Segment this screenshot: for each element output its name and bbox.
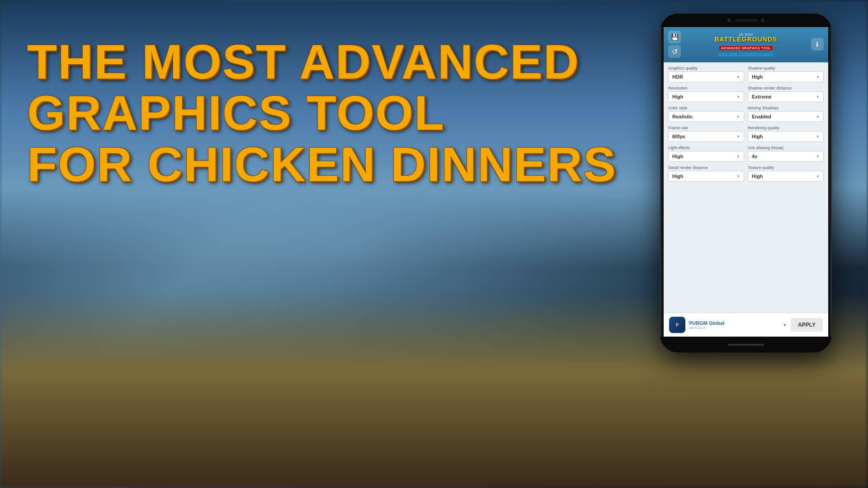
color-style-value: Realistic [672,114,693,119]
app-header-icons: 💾 ↺ JD ROS BATTLEGROUNDS ADVANCED GRAPHI… [668,31,824,58]
game-version: ver 0.12.X [689,326,779,330]
detail-render-label: Detail render distance [668,165,744,170]
app-bottom-bar: P PUBGM Global ver 0.12.X ▼ APPLY [664,313,828,337]
light-effects-setting: Light effects High ▼ [668,145,744,162]
game-icon-text: P [676,323,679,328]
rendering-quality-value: High [752,134,763,139]
shadow-render-dropdown[interactable]: Extreme ▼ [748,91,824,102]
frame-rate-label: Frame rate [668,126,744,130]
light-effects-arrow: ▼ [736,155,740,159]
phone-screen: 💾 ↺ JD ROS BATTLEGROUNDS ADVANCED GRAPHI… [664,27,828,337]
texture-quality-setting: Texture quality High ▼ [748,165,824,182]
frame-rate-dropdown[interactable]: 60fps ▼ [668,131,744,142]
shadow-render-value: Extreme [752,94,771,99]
texture-quality-arrow: ▼ [816,174,820,178]
shadow-render-arrow: ▼ [816,95,820,99]
game-info: PUBGM Global ver 0.12.X [689,320,779,330]
phone-camera-2 [761,19,764,22]
settings-row-4: Frame rate 60fps ▼ Rendering quality Hig… [668,126,824,142]
graphics-quality-dropdown[interactable]: HDR ▼ [668,71,744,82]
phone-mockup: 💾 ↺ JD ROS BATTLEGROUNDS ADVANCED GRAPHI… [660,14,832,352]
resolution-setting: Resolution High ▼ [668,86,744,102]
graphics-quality-setting: Graphics quality HDR ▼ [668,66,744,82]
moving-shadows-setting: Moving Shadows Enabled ▼ [748,106,824,122]
moving-shadows-label: Moving Shadows [748,106,824,110]
phone-home-indicator [728,344,764,346]
anti-aliasing-arrow: ▼ [816,155,820,159]
game-icon: P [669,317,685,333]
phone-speaker [735,19,757,22]
detail-render-dropdown[interactable]: High ▼ [668,171,744,182]
moving-shadows-value: Enabled [752,114,771,119]
anti-aliasing-dropdown[interactable]: 4x ▼ [748,151,824,162]
game-select-arrow[interactable]: ▼ [783,323,787,328]
shadow-render-setting: Shadow render distance Extreme ▼ [748,86,824,102]
detail-render-arrow: ▼ [736,174,740,178]
shadow-quality-setting: Shadow quality High ▼ [748,66,824,82]
color-style-arrow: ▼ [736,115,740,119]
texture-quality-value: High [752,174,763,179]
graphics-quality-label: Graphics quality [668,66,744,70]
app-title-main: BATTLEGROUNDS [715,36,778,43]
hero-text-block: THE MOST ADVANCED GRAPHICS TOOL FOR CHIC… [27,36,617,190]
shadow-quality-label: Shadow quality [748,66,824,70]
settings-row-1: Graphics quality HDR ▼ Shadow quality Hi… [668,66,824,82]
frame-rate-setting: Frame rate 60fps ▼ [668,126,744,142]
hero-line-1: THE MOST ADVANCED [27,36,617,87]
info-icon-btn[interactable]: ℹ [811,38,824,51]
frame-rate-value: 60fps [672,134,685,139]
settings-area: Graphics quality HDR ▼ Shadow quality Hi… [664,62,828,189]
game-name: PUBGM Global [689,320,779,326]
resolution-dropdown[interactable]: High ▼ [668,91,744,102]
light-effects-label: Light effects [668,145,744,150]
app-title-area: JD ROS BATTLEGROUNDS ADVANCED GRAPHICS T… [715,33,778,56]
refresh-icon-btn[interactable]: ↺ [668,45,681,58]
phone-top-bar [660,14,832,27]
phone-body: 💾 ↺ JD ROS BATTLEGROUNDS ADVANCED GRAPHI… [660,14,832,352]
hero-line-3: FOR CHICKEN DINNERS [27,139,617,190]
texture-quality-label: Texture quality [748,165,824,170]
detail-render-value: High [672,174,683,179]
refresh-icon: ↺ [672,47,678,56]
rendering-quality-arrow: ▼ [816,135,820,139]
color-style-setting: Color style Realistic ▼ [668,106,744,122]
graphics-quality-value: HDR [672,74,683,80]
info-icon: ℹ [816,41,818,48]
shadow-quality-dropdown[interactable]: High ▼ [748,71,824,82]
settings-row-3: Color style Realistic ▼ Moving Shadows E… [668,106,824,122]
shadow-render-label: Shadow render distance [748,86,824,90]
resolution-value: High [672,94,683,99]
save-icon-btn[interactable]: 💾 [668,31,681,43]
resolution-arrow: ▼ [736,95,740,99]
hero-line-2: GRAPHICS TOOL [27,87,617,138]
shadow-quality-arrow: ▼ [816,75,820,79]
anti-aliasing-label: Anti aliasing (Msaa) [748,145,824,150]
settings-row-5: Light effects High ▼ Anti aliasing (Msaa… [668,145,824,162]
color-style-label: Color style [668,106,744,110]
apply-button[interactable]: APPLY [791,318,823,332]
color-style-dropdown[interactable]: Realistic ▼ [668,111,744,122]
texture-quality-dropdown[interactable]: High ▼ [748,171,824,182]
donate-link[interactable]: CLICK HERE TO DONATE FOR BAGT [715,52,778,56]
anti-aliasing-setting: Anti aliasing (Msaa) 4x ▼ [748,145,824,162]
settings-row-2: Resolution High ▼ Shadow render distance… [668,86,824,102]
moving-shadows-arrow: ▼ [816,115,820,119]
shadow-quality-value: High [752,74,763,80]
moving-shadows-dropdown[interactable]: Enabled ▼ [748,111,824,122]
rendering-quality-setting: Rendering quality High ▼ [748,126,824,142]
app-title-sub: ADVANCED GRAPHICS TOOL [719,46,773,50]
rendering-quality-label: Rendering quality [748,126,824,130]
app-header: 💾 ↺ JD ROS BATTLEGROUNDS ADVANCED GRAPHI… [664,27,828,62]
settings-row-6: Detail render distance High ▼ Texture qu… [668,165,824,182]
rendering-quality-dropdown[interactable]: High ▼ [748,131,824,142]
save-icon: 💾 [671,33,679,41]
resolution-label: Resolution [668,86,744,90]
graphics-quality-arrow: ▼ [736,75,740,79]
light-effects-dropdown[interactable]: High ▼ [668,151,744,162]
detail-render-setting: Detail render distance High ▼ [668,165,744,182]
light-effects-value: High [672,154,683,159]
anti-aliasing-value: 4x [752,154,757,159]
phone-bottom-bar [660,337,832,352]
phone-camera [727,19,731,22]
frame-rate-arrow: ▼ [736,135,740,139]
